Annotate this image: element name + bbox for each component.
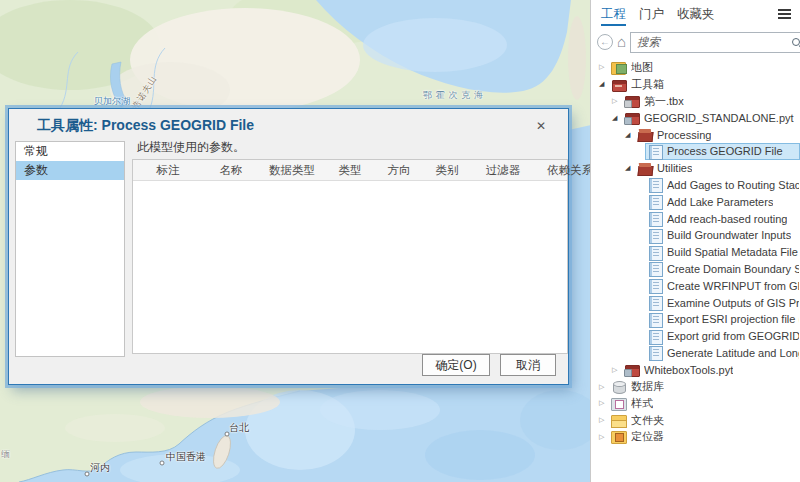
tree-item[interactable]: Create Domain Boundary Shape [591, 261, 800, 278]
catalog-tab[interactable]: 工程 [601, 6, 626, 26]
tree-item[interactable]: Processing [591, 126, 800, 143]
tree-item-main[interactable]: Add Gages to Routing Stack [645, 177, 800, 194]
tree-item-label: Add Lake Parameters [667, 196, 773, 208]
tree-item-main[interactable]: WhiteboxTools.pyt [622, 361, 800, 378]
tree-item-label: Add reach-based routing [667, 213, 787, 225]
catalog-pane: 工程 门户 收藏夹 ← ⌂ ▾ 地图 [590, 0, 800, 482]
expander-icon[interactable] [625, 163, 635, 173]
expander-icon[interactable] [612, 365, 622, 375]
table-column-header: 名称 [203, 163, 259, 178]
tree-item[interactable]: 工具箱 [591, 76, 800, 93]
close-icon[interactable]: ✕ [532, 117, 550, 135]
item-icon [611, 414, 627, 427]
tree-item-main[interactable]: Export ESRI projection file (PRJ) [645, 311, 800, 328]
dialog-section-item[interactable]: 参数 [16, 161, 124, 180]
expander-icon[interactable] [599, 415, 609, 425]
tree-item-label: Processing [657, 129, 711, 141]
table-column-header: 方向 [375, 163, 423, 178]
tree-item[interactable]: Export ESRI projection file (PRJ) [591, 311, 800, 328]
back-icon[interactable]: ← [597, 34, 613, 50]
expander-icon[interactable] [599, 62, 609, 72]
expander-icon[interactable] [599, 398, 609, 408]
search-icon[interactable] [791, 37, 800, 48]
expander-icon[interactable] [599, 382, 609, 392]
expander-icon[interactable] [612, 113, 622, 123]
tree-item[interactable]: 数据库 [591, 378, 800, 395]
dialog-section-item[interactable]: 常规 [16, 142, 124, 161]
tree-item-label: Create Domain Boundary Shape [667, 263, 799, 275]
tree-item[interactable]: 样式 [591, 395, 800, 412]
parameters-table: 标注 名称 数据类型 类型 方向 类别 过滤器 依赖关系 [132, 159, 568, 354]
tree-item-main[interactable]: 第一.tbx [622, 93, 800, 110]
tree-item-main[interactable]: Add Lake Parameters [645, 193, 800, 210]
home-icon[interactable]: ⌂ [617, 34, 626, 50]
tree-item-main[interactable]: Build Groundwater Inputs [645, 227, 800, 244]
tree-item-label: Export grid from GEOGRID file [667, 330, 799, 342]
tree-item[interactable]: Create WRFINPUT from GEOGRID [591, 277, 800, 294]
tree-item[interactable]: Generate Latitude and Longitude [591, 345, 800, 362]
parameters-table-body[interactable] [133, 181, 567, 353]
tree-item-main[interactable]: Create Domain Boundary Shape [645, 261, 800, 278]
item-icon [647, 296, 663, 309]
tree-item-main[interactable]: Build Spatial Metadata File [645, 244, 800, 261]
tree-item[interactable]: Add reach-based routing [591, 210, 800, 227]
tree-item[interactable]: WhiteboxTools.pyt [591, 361, 800, 378]
tree-item[interactable]: Utilities [591, 160, 800, 177]
tree-item-main[interactable]: 数据库 [609, 378, 800, 395]
catalog-tab[interactable]: 门户 [639, 6, 664, 26]
expander-icon[interactable] [599, 79, 609, 89]
tree-item-main[interactable]: Examine Outputs of GIS Preproc [645, 294, 800, 311]
tree-item-main[interactable]: Process GEOGRID File [645, 143, 800, 160]
tree-item-main[interactable]: Add reach-based routing [645, 210, 800, 227]
item-icon [647, 145, 663, 158]
tree-item[interactable]: 第一.tbx [591, 93, 800, 110]
tree-item-main[interactable]: 地图 [609, 59, 800, 76]
cancel-button[interactable]: 取消 [500, 354, 556, 376]
tree-item-main[interactable]: Export grid from GEOGRID file [645, 328, 800, 345]
expander-icon[interactable] [612, 96, 622, 106]
item-icon [611, 61, 627, 74]
tree-item-main[interactable]: 文件夹 [609, 412, 800, 429]
tree-item[interactable]: Process GEOGRID File [591, 143, 800, 160]
catalog-tab[interactable]: 收藏夹 [677, 6, 715, 26]
item-icon [624, 111, 640, 124]
tree-item-label: 数据库 [631, 379, 664, 394]
tree-item[interactable]: Export grid from GEOGRID file [591, 328, 800, 345]
tree-item[interactable]: 定位器 [591, 429, 800, 446]
expander-icon[interactable] [599, 432, 609, 442]
tree-item-main[interactable]: Generate Latitude and Longitude [645, 345, 800, 362]
menu-icon[interactable] [778, 9, 791, 21]
tree-item-label: Build Groundwater Inputs [667, 229, 791, 241]
tree-item[interactable]: Build Groundwater Inputs [591, 227, 800, 244]
tree-item-label: 地图 [631, 60, 653, 75]
item-icon [637, 162, 653, 175]
catalog-tree: 地图 工具箱 第一.tbx [591, 59, 800, 445]
tree-item[interactable]: GEOGRID_STANDALONE.pyt [591, 109, 800, 126]
tree-item[interactable]: Add Gages to Routing Stack [591, 177, 800, 194]
item-icon [647, 346, 663, 359]
tool-properties-dialog: 工具属性: Process GEOGRID File ✕ 常规 参数 此模型使用… [8, 108, 569, 385]
tree-item-label: Utilities [657, 162, 692, 174]
tree-item-label: Export ESRI projection file (PRJ) [667, 313, 799, 325]
tree-item[interactable]: Add Lake Parameters [591, 193, 800, 210]
tree-item[interactable]: 地图 [591, 59, 800, 76]
search-input[interactable] [637, 36, 791, 48]
tree-item-main[interactable]: GEOGRID_STANDALONE.pyt [622, 109, 800, 126]
search-box: ▾ [630, 32, 800, 53]
tree-item[interactable]: Examine Outputs of GIS Preproc [591, 294, 800, 311]
tree-item-main[interactable]: 工具箱 [609, 76, 800, 93]
ok-button[interactable]: 确定(O) [422, 354, 490, 376]
item-icon [611, 397, 627, 410]
tree-item-main[interactable]: Utilities [635, 160, 800, 177]
expander-icon[interactable] [625, 130, 635, 140]
tree-item[interactable]: Build Spatial Metadata File [591, 244, 800, 261]
tree-item-label: Add Gages to Routing Stack [667, 179, 799, 191]
dialog-section-list: 常规 参数 [15, 141, 125, 357]
tree-item-main[interactable]: 定位器 [609, 429, 800, 446]
tree-item-label: Build Spatial Metadata File [667, 246, 798, 258]
tree-item[interactable]: 文件夹 [591, 412, 800, 429]
item-icon [647, 246, 663, 259]
tree-item-main[interactable]: Processing [635, 126, 800, 143]
tree-item-main[interactable]: Create WRFINPUT from GEOGRID [645, 277, 800, 294]
tree-item-main[interactable]: 样式 [609, 395, 800, 412]
